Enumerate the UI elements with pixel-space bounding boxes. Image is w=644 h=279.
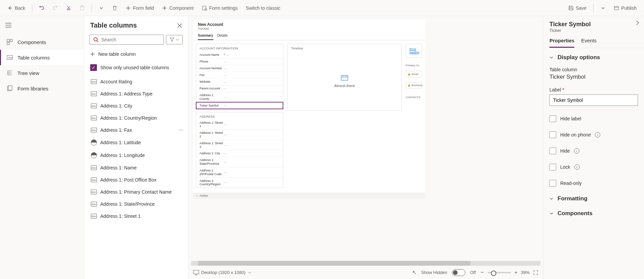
save-dropdown-button[interactable] (597, 3, 609, 13)
column-item[interactable]: AbcAddress 1: State/Province (90, 198, 186, 210)
error-loading-link[interactable]: Error loading (406, 44, 422, 58)
form-field-row[interactable]: Account Name*--- (196, 51, 283, 58)
column-item[interactable]: AbcAddress 1: Primary Contact Name (90, 186, 186, 198)
readonly-checkbox[interactable]: Read-only (549, 177, 638, 189)
form-field-row[interactable]: Address 1: Street 2--- (196, 129, 283, 140)
form-field-row[interactable]: Account Number--- (196, 65, 283, 72)
form-libraries-icon (7, 85, 13, 91)
column-item[interactable]: AbcAddress 1: City (90, 100, 186, 112)
contacts-header: CONTACTS (406, 93, 422, 102)
form-field-row[interactable]: Phone--- (196, 58, 283, 65)
undo-button[interactable] (36, 3, 48, 13)
column-list[interactable]: AbcAccount RatingAbcAddress 1: Address T… (84, 76, 188, 279)
column-item[interactable]: AbcAddress 1: Post Office Box (90, 174, 186, 186)
search-input[interactable] (101, 37, 160, 42)
tab-properties[interactable]: Properties (549, 38, 574, 48)
form-field-row[interactable]: Parent Account--- (196, 85, 283, 92)
search-input-wrapper[interactable] (90, 35, 164, 45)
chevron-down-icon (600, 5, 606, 11)
show-hidden-toggle[interactable] (452, 269, 465, 276)
hide-label-checkbox[interactable]: Hide label (549, 113, 638, 125)
checkbox-label: Lock (560, 164, 570, 170)
collapse-panel-button[interactable] (636, 20, 639, 26)
horizontal-scrollbar[interactable] (191, 261, 540, 266)
info-icon[interactable]: i (574, 164, 580, 170)
form-field-row[interactable]: Website--- (196, 78, 283, 85)
hide-on-phone-checkbox[interactable]: Hide on phone i (549, 129, 638, 141)
paste-dropdown-button[interactable] (95, 3, 107, 13)
info-icon[interactable]: i (595, 132, 600, 137)
lock-checkbox[interactable]: Lock i (549, 161, 638, 173)
paste-button[interactable] (76, 3, 88, 13)
column-item[interactable]: Address 1: Longitude (90, 149, 186, 162)
save-label: Save (576, 5, 586, 11)
column-item[interactable]: AbcAddress 1: Address Type (90, 88, 186, 100)
side-business[interactable]: 🔒Business (406, 82, 422, 88)
publish-button[interactable]: Publish (610, 3, 640, 13)
hide-checkbox[interactable]: Hide i (549, 145, 638, 157)
column-item[interactable]: AbcAccount Rating (90, 76, 186, 88)
checkbox-label: Hide (560, 148, 570, 154)
redo-button[interactable] (49, 3, 61, 13)
zoom-in-button[interactable]: + (514, 270, 517, 276)
back-button[interactable]: Back (4, 3, 29, 13)
column-item[interactable]: Address 1: Latitude (90, 136, 186, 149)
filter-button[interactable] (166, 35, 183, 44)
column-item[interactable]: AbcAddress 1: Fax⋯ (90, 124, 186, 136)
section-timeline[interactable]: Timeline Almost there (287, 44, 402, 111)
checkbox-label: Hide label (560, 116, 581, 121)
zoom-slider[interactable] (488, 272, 511, 273)
rail-tree-view[interactable]: Tree view (0, 65, 84, 81)
section-formatting[interactable]: Formatting (549, 193, 638, 204)
canvas-scroll[interactable]: New Account Account Summary Details ACCO… (188, 16, 543, 261)
delete-button[interactable] (109, 3, 121, 13)
show-unused-checkbox-row[interactable]: ✓ Show only unused table columns (84, 61, 188, 76)
section-display-options[interactable]: Display options (549, 52, 638, 63)
text-type-icon: Abc (91, 190, 97, 194)
more-icon[interactable]: ⋯ (179, 127, 183, 133)
text-type-icon: Abc (91, 165, 97, 170)
form-field-label: Form field (133, 5, 154, 11)
close-panel-button[interactable] (177, 23, 182, 28)
form-field-row[interactable]: Address 1: Country/Region--- (196, 177, 283, 188)
save-button[interactable]: Save (565, 3, 590, 13)
device-selector[interactable]: Desktop (1920 x 1080) (193, 270, 252, 275)
switch-classic-button[interactable]: Switch to classic (243, 3, 284, 13)
svg-rect-25 (8, 86, 12, 90)
form-tab-summary[interactable]: Summary (198, 34, 213, 40)
hamburger-menu[interactable] (3, 20, 81, 30)
section-components[interactable]: Components (549, 208, 638, 219)
timeline-icon (341, 74, 349, 81)
cut-button[interactable] (63, 3, 75, 13)
form-field-row[interactable]: Address 1: Street 1--- (196, 120, 283, 130)
new-table-column-label: New table column (98, 51, 136, 57)
form-field-row[interactable]: Address 1: Street 3--- (196, 140, 283, 150)
column-item[interactable]: AbcAddress 1: Country/Region (90, 112, 186, 124)
zoom-out-button[interactable]: − (480, 269, 484, 276)
rail-components[interactable]: Components (0, 34, 84, 50)
rail-table-columns[interactable]: Abc Table columns (0, 50, 84, 65)
info-icon[interactable]: i (574, 148, 579, 154)
form-settings-button[interactable]: Form settings (199, 3, 241, 13)
section-account-info[interactable]: ACCOUNT INFORMATION Account Name*---Phon… (196, 44, 283, 109)
tab-events[interactable]: Events (581, 38, 597, 48)
form-field-row[interactable]: Address 1: ZIP/Postal Code--- (196, 167, 283, 177)
form-field-button[interactable]: Form field (122, 3, 157, 13)
form-field-row[interactable]: Address 1: County--- (196, 92, 283, 102)
fit-screen-button[interactable] (533, 270, 538, 275)
form-field-row[interactable]: Fax--- (196, 72, 283, 78)
label-input[interactable] (549, 94, 638, 106)
form-field-row[interactable]: Address 1: City--- (196, 150, 283, 157)
form-field-row[interactable]: Ticker Symbol--- (196, 102, 283, 109)
side-email[interactable]: 🔒Email (406, 71, 422, 77)
new-table-column-button[interactable]: New table column (84, 47, 188, 61)
column-item[interactable]: AbcAddress 1: Street 1 (90, 210, 186, 222)
rail-form-libraries[interactable]: Form libraries (0, 81, 84, 96)
form-tab-details[interactable]: Details (217, 34, 228, 40)
section-address[interactable]: ADDRESS Address 1: Street 1---Address 1:… (196, 112, 283, 188)
column-item[interactable]: AbcAddress 1: Name (90, 162, 186, 174)
component-button[interactable]: Component (158, 3, 197, 13)
form-preview[interactable]: New Account Account Summary Details ACCO… (193, 19, 425, 199)
form-field-row[interactable]: Address 1: State/Province--- (196, 157, 283, 167)
redo-icon (52, 5, 58, 11)
